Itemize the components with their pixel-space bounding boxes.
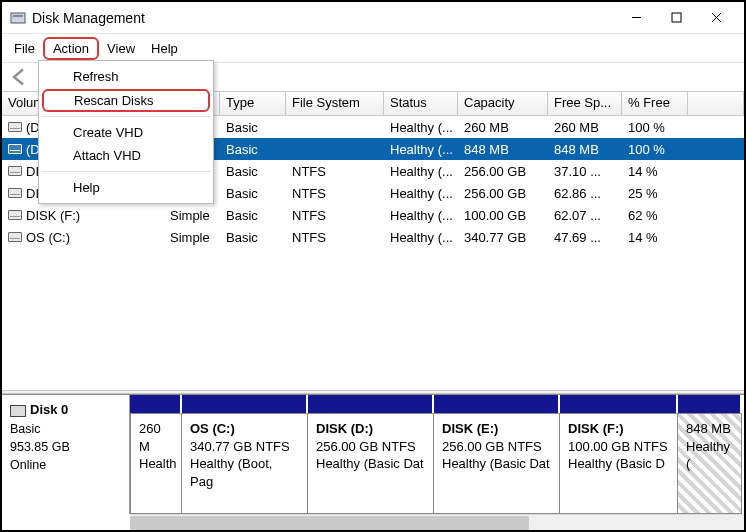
- partition[interactable]: DISK (D:)256.00 GB NTFSHealthy (Basic Da…: [308, 413, 434, 514]
- menu-bar: File Action View Help: [2, 34, 744, 62]
- disk-type: Basic: [10, 420, 121, 438]
- svg-rect-3: [672, 13, 681, 22]
- dropdown-separator: [41, 171, 211, 172]
- maximize-button[interactable]: [656, 4, 696, 32]
- table-row[interactable]: OS (C:)SimpleBasicNTFSHealthy (...340.77…: [2, 226, 744, 248]
- partition[interactable]: DISK (F:)100.00 GB NTFSHealthy (Basic D: [560, 413, 678, 514]
- volume-icon: [8, 188, 22, 198]
- volume-icon: [8, 232, 22, 242]
- disk-name: Disk 0: [30, 402, 68, 417]
- dropdown-refresh[interactable]: Refresh: [39, 65, 213, 88]
- svg-rect-1: [13, 15, 23, 17]
- svg-rect-0: [11, 13, 25, 23]
- titlebar: Disk Management: [2, 2, 744, 34]
- action-dropdown: Refresh Rescan Disks Create VHD Attach V…: [38, 60, 214, 204]
- col-type[interactable]: Type: [220, 92, 286, 115]
- menu-action[interactable]: Action: [43, 37, 99, 60]
- col-capacity[interactable]: Capacity: [458, 92, 548, 115]
- graphical-view: Disk 0 Basic 953.85 GB Online 260 MHealt…: [2, 394, 744, 514]
- disk-icon: [10, 405, 26, 417]
- menu-view[interactable]: View: [99, 39, 143, 58]
- partition[interactable]: DISK (E:)256.00 GB NTFSHealthy (Basic Da…: [434, 413, 560, 514]
- back-button[interactable]: [8, 65, 32, 89]
- partition[interactable]: 848 MBHealthy (: [678, 413, 742, 514]
- disk-management-window: Disk Management File Action View Help Vo…: [0, 0, 746, 532]
- minimize-button[interactable]: [616, 4, 656, 32]
- disk-size: 953.85 GB: [10, 438, 121, 456]
- menu-help[interactable]: Help: [143, 39, 186, 58]
- col-filesystem[interactable]: File System: [286, 92, 384, 115]
- dropdown-help[interactable]: Help: [39, 176, 213, 199]
- disk-info[interactable]: Disk 0 Basic 953.85 GB Online: [2, 395, 130, 514]
- col-status[interactable]: Status: [384, 92, 458, 115]
- close-button[interactable]: [696, 4, 736, 32]
- dropdown-separator: [41, 116, 211, 117]
- window-title: Disk Management: [32, 10, 145, 26]
- partition-strip: 260 MHealthOS (C:)340.77 GB NTFSHealthy …: [130, 395, 744, 514]
- partition[interactable]: OS (C:)340.77 GB NTFSHealthy (Boot, Pag: [182, 413, 308, 514]
- scroll-thumb[interactable]: [130, 516, 529, 530]
- col-spacer: [688, 92, 744, 115]
- dropdown-attach-vhd[interactable]: Attach VHD: [39, 144, 213, 167]
- blank-area: [2, 248, 744, 390]
- menu-file[interactable]: File: [6, 39, 43, 58]
- app-icon: [10, 10, 26, 26]
- table-row[interactable]: DISK (F:)SimpleBasicNTFSHealthy (...100.…: [2, 204, 744, 226]
- dropdown-create-vhd[interactable]: Create VHD: [39, 121, 213, 144]
- disk-status: Online: [10, 456, 121, 474]
- volume-icon: [8, 166, 22, 176]
- dropdown-rescan-disks[interactable]: Rescan Disks: [42, 89, 210, 112]
- horizontal-scrollbar[interactable]: [130, 514, 744, 530]
- volume-icon: [8, 144, 22, 154]
- partition[interactable]: 260 MHealth: [130, 413, 182, 514]
- volume-icon: [8, 122, 22, 132]
- volume-icon: [8, 210, 22, 220]
- col-free[interactable]: Free Sp...: [548, 92, 622, 115]
- col-pctfree[interactable]: % Free: [622, 92, 688, 115]
